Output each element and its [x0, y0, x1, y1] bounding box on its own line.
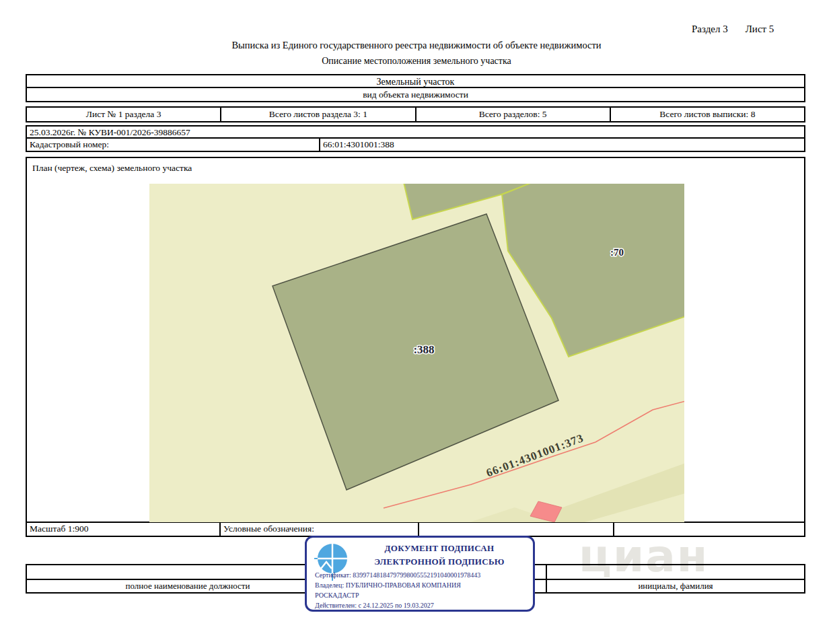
signature-name-column: инициалы, фамилия	[547, 565, 804, 592]
signature-line-position	[27, 565, 349, 580]
sheet-reference: Раздел 3 Лист 5	[692, 24, 774, 35]
object-type-caption: вид объекта недвижимости	[27, 88, 804, 101]
scale-row: Масштаб 1:900 Условные обозначения:	[27, 522, 804, 536]
sheet-cell-1: Лист № 1 раздела 3	[27, 108, 221, 121]
plan-title: План (чертеж, схема) земельного участка	[32, 163, 192, 174]
section-ref: Раздел 3	[692, 24, 728, 35]
stamp-owner-line2: РОСКАДАСТР	[315, 590, 529, 600]
stamp-validity: Действителен: с 24.12.2025 по 19.03.2027	[315, 600, 529, 610]
stamp-title: ДОКУМЕНТ ПОДПИСАН ЭЛЕКТРОННОЙ ПОДПИСЬЮ	[350, 542, 529, 569]
legend-cell-empty-2	[614, 523, 804, 536]
sheet-number-ref: Лист 5	[746, 24, 774, 35]
cadastral-number-label: Кадастровый номер:	[27, 139, 320, 151]
sheet-cell-2: Всего листов раздела 3: 1	[221, 108, 416, 121]
sheets-counters-row: Лист № 1 раздела 3 Всего листов раздела …	[26, 106, 805, 122]
cadastral-map: :70 :388 66:01:4301001:373	[149, 184, 684, 522]
sheet-cell-3: Всего разделов: 5	[416, 108, 611, 121]
document-title: Выписка из Единого государственного реес…	[0, 40, 833, 51]
name-caption: инициалы, фамилия	[547, 580, 804, 592]
cadastral-number-value: 66:01:4301001:388	[320, 139, 804, 151]
parcel-388-label: :388	[413, 343, 434, 356]
parcel-70-label: :70	[610, 247, 624, 258]
stamp-certificate: Сертификат: 8399714818479799800555219104…	[315, 570, 529, 580]
document-number-box: 25.03.2026г. № КУВИ-001/2026-39886657 Ка…	[26, 125, 805, 152]
legend-cell-empty-1	[419, 523, 614, 536]
stamp-details: Сертификат: 8399714818479799800555219104…	[315, 570, 529, 610]
date-and-number: 25.03.2026г. № КУВИ-001/2026-39886657	[27, 127, 804, 139]
signature-position-column: полное наименование должности	[27, 565, 350, 592]
digital-signature-stamp: ДОКУМЕНТ ПОДПИСАН ЭЛЕКТРОННОЙ ПОДПИСЬЮ С…	[305, 536, 535, 612]
sheet-cell-4: Всего листов выписки: 8	[611, 108, 804, 121]
legend-label: Условные обозначения:	[221, 523, 419, 536]
document-subtitle: Описание местоположения земельного участ…	[0, 56, 833, 67]
signature-line-name	[547, 565, 804, 580]
object-type-value: Земельный участок	[27, 75, 804, 88]
scale-value: Масштаб 1:900	[27, 523, 221, 536]
stamp-owner-line1: Владелец: ПУБЛИЧНО-ПРАВОВАЯ КОМПАНИЯ	[315, 580, 529, 590]
stamp-title-line1: ДОКУМЕНТ ПОДПИСАН	[350, 542, 529, 555]
position-caption: полное наименование должности	[27, 580, 349, 592]
object-type-box: Земельный участок вид объекта недвижимос…	[26, 74, 805, 102]
document-page: Раздел 3 Лист 5 Выписка из Единого госуд…	[0, 0, 833, 644]
stamp-title-line2: ЭЛЕКТРОННОЙ ПОДПИСЬЮ	[350, 555, 529, 569]
